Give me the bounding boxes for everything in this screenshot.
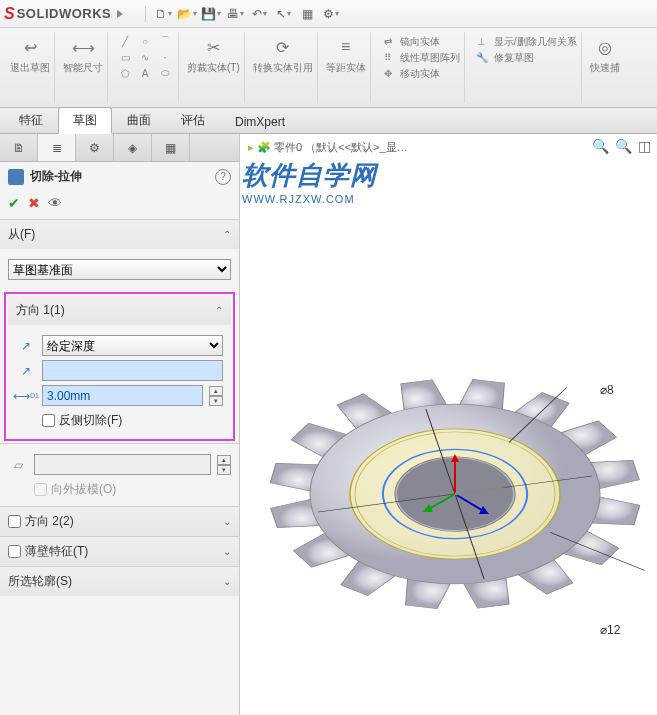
app-menu-arrow-icon[interactable] — [117, 10, 123, 18]
ribbon-offset[interactable]: ≡ 等距实体 — [322, 32, 371, 103]
circle-icon[interactable]: ○ — [136, 34, 154, 48]
thin-checkbox[interactable] — [8, 545, 21, 558]
gear-preview: ⌀8 ⌀12 — [230, 194, 657, 714]
command-tabs: 特征 草图 曲面 评估 DimXpert — [0, 108, 657, 134]
panel-tab-strip: 🗎 ≣ ⚙ ◈ ▦ — [0, 134, 239, 162]
depth-input[interactable] — [42, 385, 203, 406]
preview-icon[interactable]: 👁 — [48, 195, 62, 211]
direction-vector-icon[interactable]: ↗ — [16, 361, 36, 381]
confirm-row: ✔ ✖ 👁 — [0, 191, 239, 219]
section-from-header[interactable]: 从(F) ⌃ — [0, 220, 239, 249]
offset-icon: ≡ — [333, 34, 359, 60]
view-cube-icon[interactable]: ◫ — [638, 138, 651, 154]
ok-icon[interactable]: ✔ — [8, 195, 20, 211]
trim-icon: ✂ — [200, 34, 226, 60]
section-contour-header[interactable]: 所选轮廓(S) ⌄ — [0, 567, 239, 596]
text-icon[interactable]: A — [136, 66, 154, 80]
options-icon[interactable]: ⚙▾ — [322, 5, 340, 23]
new-file-icon[interactable]: 🗋▾ — [154, 5, 172, 23]
rebuild-icon[interactable]: ▦ — [298, 5, 316, 23]
ribbon-exit-sketch[interactable]: ↩ 退出草图 — [6, 32, 55, 103]
part-icon: ▸ 🧩 — [248, 141, 271, 154]
logo-s-icon: S — [4, 5, 15, 23]
draft-icon[interactable]: ▱ — [8, 455, 28, 475]
linear-pattern-icon[interactable]: ⠿ — [379, 50, 397, 64]
ribbon-relations-group: ⊥显示/删除几何关系 🔧修复草图 — [469, 32, 582, 103]
ribbon-toolbar: ↩ 退出草图 ⟷ 智能尺寸 ╱ ○ ⌒ ▭ ∿ · ⬠ A ⬭ ✂ 剪裁实体(T… — [0, 28, 657, 108]
reverse-cut-label: 反侧切除(F) — [59, 412, 122, 429]
section-from: 从(F) ⌃ 草图基准面 — [0, 219, 239, 290]
reverse-cut-checkbox[interactable] — [42, 414, 55, 427]
open-file-icon[interactable]: 📂▾ — [178, 5, 196, 23]
cut-extrude-icon — [8, 169, 24, 185]
section-thin-header[interactable]: 薄壁特征(T) ⌄ — [0, 537, 239, 566]
section-dir2-header[interactable]: 方向 2(2) ⌄ — [0, 507, 239, 536]
section-direction2: 方向 2(2) ⌄ — [0, 506, 239, 536]
property-manager-panel: 🗎 ≣ ⚙ ◈ ▦ 切除-拉伸 ? ✔ ✖ 👁 从(F) ⌃ 草图基准面 — [0, 134, 240, 715]
help-icon[interactable]: ? — [215, 169, 231, 185]
relations-icon[interactable]: ⊥ — [473, 34, 491, 48]
draft-input[interactable] — [34, 454, 211, 475]
direction1-highlight: 方向 1(1) ⌃ ↗ 给定深度 ↗ ⟷D1 ▴▾ — [4, 292, 235, 441]
display-tab-icon[interactable]: ◈ — [114, 134, 152, 161]
ribbon-quick-snap[interactable]: ◎ 快速捕 — [586, 32, 624, 103]
select-icon[interactable]: ↖▾ — [274, 5, 292, 23]
section-contour: 所选轮廓(S) ⌄ — [0, 566, 239, 596]
logo-text: SOLIDWORKS — [17, 6, 112, 21]
draft-spinner[interactable]: ▴▾ — [217, 455, 231, 475]
direction-reference-input[interactable] — [42, 360, 223, 381]
depth-spinner[interactable]: ▴▾ — [209, 386, 223, 406]
print-icon[interactable]: 🖶▾ — [226, 5, 244, 23]
exit-sketch-icon: ↩ — [17, 34, 43, 60]
tab-sketch[interactable]: 草图 — [58, 107, 112, 134]
collapse-icon: ⌃ — [215, 305, 223, 316]
feature-tree-tab-icon[interactable]: 🗎 — [0, 134, 38, 161]
repair-icon[interactable]: 🔧 — [473, 50, 491, 64]
quick-access-toolbar: 🗋▾ 📂▾ 💾▾ 🖶▾ ↶▾ ↖▾ ▦ ⚙▾ — [143, 5, 340, 23]
line-icon[interactable]: ╱ — [116, 34, 134, 48]
polygon-icon[interactable]: ⬠ — [116, 66, 134, 80]
config-tab-icon[interactable]: ⚙ — [76, 134, 114, 161]
from-select[interactable]: 草图基准面 — [8, 259, 231, 280]
ribbon-trim[interactable]: ✂ 剪裁实体(T) — [183, 32, 245, 103]
tab-dimxpert[interactable]: DimXpert — [220, 110, 300, 133]
tab-surface[interactable]: 曲面 — [112, 107, 166, 133]
dimension-12: ⌀12 — [600, 623, 621, 637]
feature-header: 切除-拉伸 ? — [0, 162, 239, 191]
dir2-checkbox[interactable] — [8, 515, 21, 528]
mirror-icon[interactable]: ⇄ — [379, 34, 397, 48]
ribbon-convert[interactable]: ⟳ 转换实体引用 — [249, 32, 318, 103]
zoom-icon[interactable]: 🔍 — [592, 138, 609, 154]
section-dir1-header[interactable]: 方向 1(1) ⌃ — [8, 296, 231, 325]
tab-evaluate[interactable]: 评估 — [166, 107, 220, 133]
feature-title: 切除-拉伸 — [30, 168, 82, 185]
convert-icon: ⟳ — [270, 34, 296, 60]
draft-outward-checkbox[interactable] — [34, 483, 47, 496]
smart-dimension-icon: ⟷ — [70, 34, 96, 60]
depth-icon: ⟷D1 — [16, 386, 36, 406]
draft-outward-label: 向外拔模(O) — [51, 481, 116, 498]
section-thin: 薄壁特征(T) ⌄ — [0, 536, 239, 566]
end-condition-select[interactable]: 给定深度 — [42, 335, 223, 356]
save-icon[interactable]: 💾▾ — [202, 5, 220, 23]
ribbon-smart-dim[interactable]: ⟷ 智能尺寸 — [59, 32, 108, 103]
tab-feature[interactable]: 特征 — [4, 107, 58, 133]
property-tab-icon[interactable]: ≣ — [38, 134, 76, 161]
point-icon[interactable]: · — [156, 50, 174, 64]
slot-icon[interactable]: ⬭ — [156, 66, 174, 80]
ribbon-pattern-group: ⇄镜向实体 ⠿线性草图阵列 ✥移动实体 — [375, 32, 465, 103]
arc-icon[interactable]: ⌒ — [156, 34, 174, 48]
reverse-direction-icon[interactable]: ↗ — [16, 336, 36, 356]
view-tools: 🔍 🔍 ◫ — [592, 138, 651, 154]
graphics-viewport[interactable]: ▸ 🧩 零件0 （默认<<默认>_显… 🔍 🔍 ◫ 软件自学网 WWW.RJZX… — [240, 134, 657, 715]
ribbon-sketch-tools: ╱ ○ ⌒ ▭ ∿ · ⬠ A ⬭ — [112, 32, 179, 103]
cancel-icon[interactable]: ✖ — [28, 195, 40, 211]
breadcrumb[interactable]: ▸ 🧩 零件0 （默认<<默认>_显… — [248, 140, 408, 155]
extra-tab-icon[interactable]: ▦ — [152, 134, 190, 161]
rect-icon[interactable]: ▭ — [116, 50, 134, 64]
zoom-fit-icon[interactable]: 🔍 — [615, 138, 632, 154]
undo-icon[interactable]: ↶▾ — [250, 5, 268, 23]
move-icon[interactable]: ✥ — [379, 66, 397, 80]
spline-icon[interactable]: ∿ — [136, 50, 154, 64]
app-logo: S SOLIDWORKS — [4, 5, 123, 23]
